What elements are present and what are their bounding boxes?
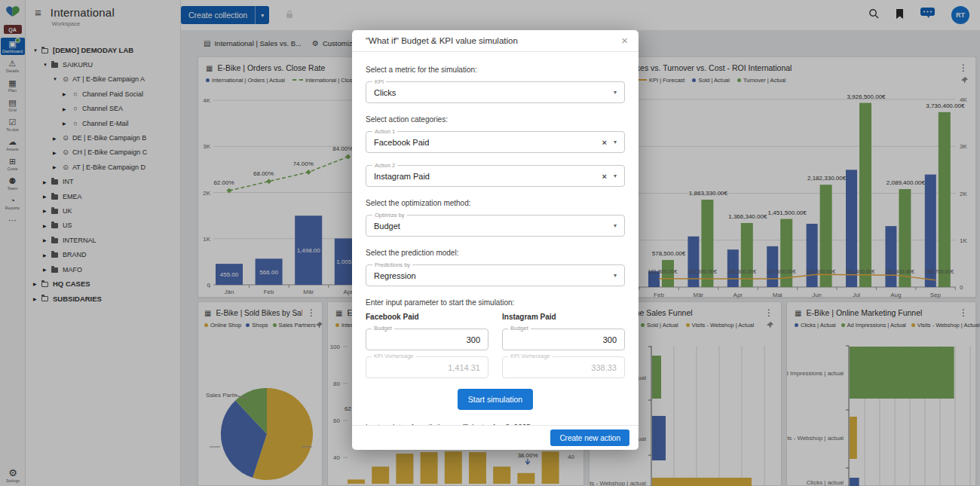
kpi-select[interactable]: KPI Clicks ▾ [366, 81, 625, 103]
input-section-label: Enter input parameter to start the simul… [366, 298, 625, 307]
clear-icon[interactable]: × [602, 172, 607, 181]
prediction-section-label: Select the prediction model: [366, 249, 625, 257]
predictions-by-label: Predictions by [372, 261, 412, 268]
metric-section-label: Select a metric for the simulation: [366, 66, 625, 74]
facebook-kpi-forecast-field [366, 356, 488, 378]
kpi-forecast-field-label: KPI Vorhersage [508, 353, 553, 359]
chevron-down-icon[interactable]: ▾ [614, 139, 617, 145]
action1-select[interactable]: Action 1 Facebook Paid ×▾ [366, 131, 625, 153]
action1-select-label: Action 1 [372, 128, 397, 135]
kpi-select-label: KPI [372, 78, 386, 85]
predictions-by-select[interactable]: Predictions by Regression ▾ [366, 264, 625, 286]
facebook-paid-column: Facebook Paid Budget KPI Vorhersage [366, 313, 488, 378]
chevron-down-icon[interactable]: ▾ [614, 89, 617, 96]
optimize-by-select[interactable]: Optimize by Budget ▾ [366, 215, 625, 237]
column-heading: Facebook Paid [366, 313, 488, 321]
kpi-select-value: Clicks [374, 88, 396, 97]
start-simulation-button[interactable]: Start simulation [458, 389, 533, 410]
budget-field-label: Budget [508, 325, 531, 332]
predictions-by-value: Regression [374, 271, 416, 280]
chevron-down-icon[interactable]: ▾ [614, 173, 617, 179]
action2-select-value: Instagram Paid [374, 172, 430, 181]
instagram-paid-column: Instagram Paid Budget KPI Vorhersage [502, 313, 625, 378]
optimize-section-label: Select the optimization method: [366, 199, 625, 207]
action2-select[interactable]: Action 2 Instagram Paid ×▾ [366, 165, 625, 187]
chevron-down-icon[interactable]: ▾ [614, 222, 617, 229]
what-if-simulation-modal: "What if" Budget & KPI value simulation … [352, 30, 639, 450]
instagram-budget-input[interactable] [502, 329, 625, 350]
optimize-by-label: Optimize by [372, 212, 407, 219]
modal-title: "What if" Budget & KPI value simulation [366, 36, 518, 45]
create-new-action-button[interactable]: Create new action [550, 429, 629, 446]
clear-icon[interactable]: × [602, 138, 607, 147]
kpi-forecast-field-label: KPI Vorhersage [372, 353, 416, 359]
close-icon[interactable]: × [621, 35, 628, 46]
instagram-kpi-forecast-field [502, 356, 625, 378]
action2-select-label: Action 2 [372, 162, 397, 169]
optimize-by-value: Budget [374, 222, 400, 231]
app-screen: QA ▣Dashboard⚠Details▦Plan▤Grid☑To-dos☁A… [0, 0, 980, 486]
budget-field-label: Budget [372, 325, 394, 332]
chevron-down-icon[interactable]: ▾ [614, 272, 617, 279]
column-heading: Instagram Paid [502, 313, 625, 321]
facebook-budget-input[interactable] [366, 329, 488, 350]
actions-section-label: Select action categories: [366, 115, 625, 124]
action1-select-value: Facebook Paid [374, 138, 429, 147]
